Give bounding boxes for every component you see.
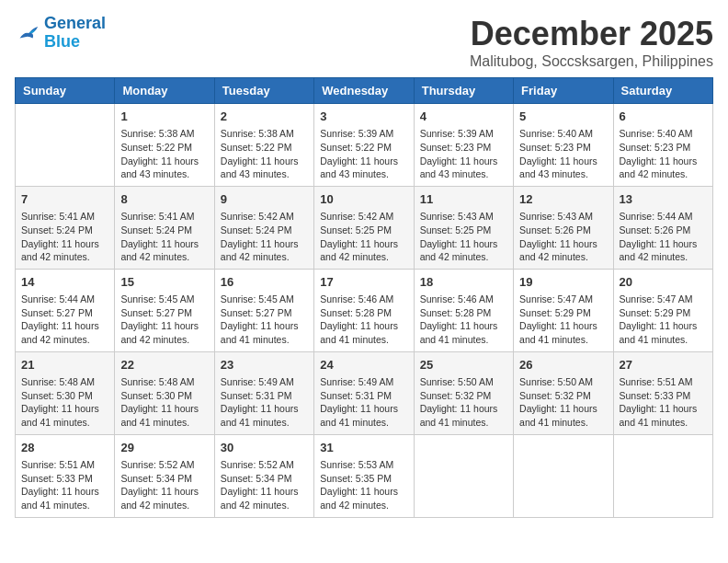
day-info-line: and 41 minutes. <box>221 416 308 430</box>
day-info-line: and 42 minutes. <box>221 250 308 264</box>
day-number: 9 <box>221 191 308 208</box>
day-number: 25 <box>420 357 507 373</box>
day-info-line: Daylight: 11 hours <box>21 402 108 416</box>
calendar-cell: 8Sunrise: 5:41 AMSunset: 5:24 PMDaylight… <box>115 186 214 269</box>
day-info-line: Daylight: 11 hours <box>620 237 707 251</box>
day-info-line: Daylight: 11 hours <box>21 319 108 333</box>
day-info-line: Daylight: 11 hours <box>620 155 707 168</box>
day-number: 17 <box>320 274 407 291</box>
subtitle: Malitubog, Soccsksargen, Philippines <box>470 53 713 70</box>
day-number: 16 <box>221 274 308 291</box>
day-info-line: and 41 minutes. <box>519 416 607 430</box>
day-info-line: Sunrise: 5:42 AM <box>221 210 308 224</box>
header-friday: Friday <box>514 78 613 104</box>
day-number: 11 <box>420 191 507 208</box>
title-area: December 2025 Malitubog, Soccsksargen, P… <box>470 15 713 70</box>
calendar-cell: 21Sunrise: 5:48 AMSunset: 5:30 PMDayligh… <box>16 351 115 434</box>
day-info-line: and 41 minutes. <box>320 416 407 430</box>
day-number: 1 <box>120 109 208 125</box>
calendar-cell: 11Sunrise: 5:43 AMSunset: 5:25 PMDayligh… <box>414 186 513 269</box>
day-number: 6 <box>620 109 707 125</box>
header: General Blue December 2025 Malitubog, So… <box>15 15 713 70</box>
day-info-line: Daylight: 11 hours <box>221 485 308 499</box>
header-wednesday: Wednesday <box>314 78 414 104</box>
day-info-line: Daylight: 11 hours <box>320 155 407 168</box>
calendar-week-row: 14Sunrise: 5:44 AMSunset: 5:27 PMDayligh… <box>16 269 713 351</box>
day-info-line: and 42 minutes. <box>320 499 407 512</box>
calendar-cell: 29Sunrise: 5:52 AMSunset: 5:34 PMDayligh… <box>115 434 214 517</box>
day-info-line: and 42 minutes. <box>620 167 707 181</box>
day-info-line: Sunset: 5:27 PM <box>21 306 108 320</box>
calendar-cell: 19Sunrise: 5:47 AMSunset: 5:29 PMDayligh… <box>514 269 613 351</box>
day-info-line: Sunrise: 5:39 AM <box>420 127 507 141</box>
day-info-line: Daylight: 11 hours <box>320 485 407 499</box>
calendar-cell: 9Sunrise: 5:42 AMSunset: 5:24 PMDaylight… <box>214 186 313 269</box>
day-info-line: Sunset: 5:24 PM <box>120 224 208 237</box>
day-info-line: Daylight: 11 hours <box>120 402 208 416</box>
calendar-cell: 30Sunrise: 5:52 AMSunset: 5:34 PMDayligh… <box>214 434 313 517</box>
day-info-line: Sunrise: 5:51 AM <box>620 375 707 389</box>
day-number: 31 <box>320 440 407 456</box>
day-info-line: Sunset: 5:23 PM <box>420 141 507 155</box>
calendar-cell: 28Sunrise: 5:51 AMSunset: 5:33 PMDayligh… <box>16 434 115 517</box>
day-info-line: Daylight: 11 hours <box>221 402 308 416</box>
day-info-line: Sunrise: 5:46 AM <box>420 293 507 306</box>
logo-icon <box>15 20 40 46</box>
day-info-line: Daylight: 11 hours <box>120 485 208 499</box>
day-info-line: Sunrise: 5:49 AM <box>221 375 308 389</box>
day-number: 20 <box>620 274 707 291</box>
calendar-week-row: 21Sunrise: 5:48 AMSunset: 5:30 PMDayligh… <box>16 351 713 434</box>
calendar-cell: 13Sunrise: 5:44 AMSunset: 5:26 PMDayligh… <box>613 186 712 269</box>
day-info-line: Sunset: 5:22 PM <box>120 141 208 155</box>
day-info-line: Sunset: 5:34 PM <box>221 472 308 486</box>
day-number: 26 <box>519 357 607 373</box>
day-info-line: Sunset: 5:30 PM <box>120 389 208 403</box>
day-info-line: and 43 minutes. <box>420 167 507 181</box>
day-info-line: Daylight: 11 hours <box>420 319 507 333</box>
day-info-line: and 42 minutes. <box>120 250 208 264</box>
day-info-line: and 41 minutes. <box>21 499 108 512</box>
day-info-line: Sunrise: 5:44 AM <box>620 210 707 224</box>
day-info-line: Sunrise: 5:47 AM <box>620 293 707 306</box>
day-info-line: Sunset: 5:28 PM <box>320 306 407 320</box>
day-info-line: Sunrise: 5:39 AM <box>320 127 407 141</box>
day-info-line: Daylight: 11 hours <box>120 155 208 168</box>
day-number: 14 <box>21 274 108 291</box>
day-info-line: Daylight: 11 hours <box>420 155 507 168</box>
day-info-line: Daylight: 11 hours <box>519 319 607 333</box>
day-info-line: and 42 minutes. <box>221 499 308 512</box>
day-info-line: Daylight: 11 hours <box>21 237 108 251</box>
calendar-cell: 18Sunrise: 5:46 AMSunset: 5:28 PMDayligh… <box>414 269 513 351</box>
calendar-cell: 20Sunrise: 5:47 AMSunset: 5:29 PMDayligh… <box>613 269 712 351</box>
day-info-line: Sunrise: 5:42 AM <box>320 210 407 224</box>
logo-text-line1: General <box>44 15 106 33</box>
day-info-line: and 41 minutes. <box>420 416 507 430</box>
day-info-line: Sunrise: 5:44 AM <box>21 293 108 306</box>
day-info-line: Sunset: 5:29 PM <box>620 306 707 320</box>
day-info-line: Daylight: 11 hours <box>221 155 308 168</box>
calendar-cell: 25Sunrise: 5:50 AMSunset: 5:32 PMDayligh… <box>414 351 513 434</box>
day-info-line: Sunset: 5:28 PM <box>420 306 507 320</box>
day-number: 3 <box>320 109 407 125</box>
day-info-line: and 43 minutes. <box>519 167 607 181</box>
day-number: 23 <box>221 357 308 373</box>
day-info-line: and 42 minutes. <box>620 250 707 264</box>
day-info-line: Sunset: 5:25 PM <box>420 224 507 237</box>
day-info-line: Sunset: 5:30 PM <box>21 389 108 403</box>
day-info-line: Daylight: 11 hours <box>120 319 208 333</box>
calendar-cell: 16Sunrise: 5:45 AMSunset: 5:27 PMDayligh… <box>214 269 313 351</box>
day-number: 8 <box>120 191 208 208</box>
day-info-line: Sunrise: 5:38 AM <box>221 127 308 141</box>
day-info-line: Sunset: 5:34 PM <box>120 472 208 486</box>
day-info-line: and 42 minutes. <box>320 250 407 264</box>
calendar-cell: 12Sunrise: 5:43 AMSunset: 5:26 PMDayligh… <box>514 186 613 269</box>
day-info-line: Sunrise: 5:43 AM <box>420 210 507 224</box>
day-info-line: Daylight: 11 hours <box>620 402 707 416</box>
day-info-line: and 41 minutes. <box>519 333 607 347</box>
day-info-line: and 41 minutes. <box>320 333 407 347</box>
day-info-line: and 41 minutes. <box>620 333 707 347</box>
calendar-cell: 22Sunrise: 5:48 AMSunset: 5:30 PMDayligh… <box>115 351 214 434</box>
day-info-line: Sunrise: 5:49 AM <box>320 375 407 389</box>
day-info-line: and 43 minutes. <box>221 167 308 181</box>
day-number: 4 <box>420 109 507 125</box>
